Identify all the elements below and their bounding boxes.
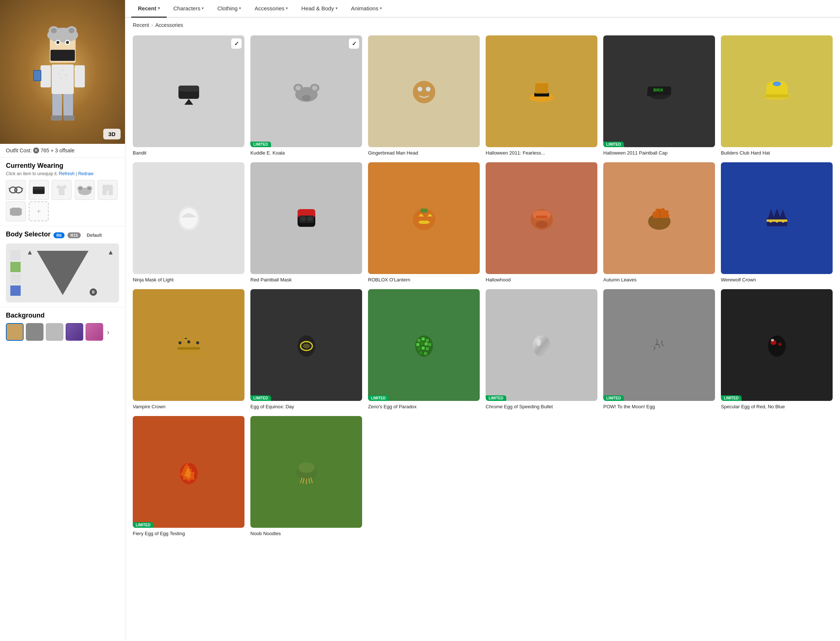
svg-marker-86 xyxy=(773,209,780,218)
svg-rect-106 xyxy=(425,339,428,342)
items-grid: ✓Bandit✓LIMITEDKuddle E. KoalaGingerbrea… xyxy=(126,32,840,544)
svg-rect-113 xyxy=(425,348,428,350)
item-thumbnail xyxy=(603,162,715,274)
item-card[interactable]: LIMITEDEgg of Equinox: Day xyxy=(250,289,362,410)
breadcrumb: Recent › Accessories xyxy=(126,18,840,32)
item-card[interactable]: ✓LIMITEDKuddle E. Koala xyxy=(250,35,362,156)
bg-swatch-gray[interactable] xyxy=(26,323,43,341)
svg-rect-81 xyxy=(536,216,547,219)
svg-text:BRIX: BRIX xyxy=(653,88,663,92)
item-card[interactable]: Ninja Mask of Light xyxy=(133,162,245,283)
item-card[interactable]: LIMITEDSpecular Egg of Red, No Blue xyxy=(721,289,833,410)
svg-rect-115 xyxy=(424,352,427,355)
3d-toggle-button[interactable]: 3D xyxy=(103,129,121,139)
item-name: Builders Club Hard Hat xyxy=(721,150,833,156)
item-thumbnail xyxy=(250,162,362,274)
tab-accessories[interactable]: Accessories ▾ xyxy=(248,0,294,18)
r15-badge[interactable]: R15 xyxy=(68,232,81,238)
item-card[interactable]: LIMITEDChrome Egg of Speeding Bullet xyxy=(486,289,597,410)
r6-badge[interactable]: R6 xyxy=(53,232,64,238)
default-label[interactable]: Default xyxy=(84,232,105,238)
tab-recent[interactable]: Recent ▾ xyxy=(131,0,167,18)
svg-rect-58 xyxy=(535,83,548,93)
background-section: Background › xyxy=(0,307,125,345)
bg-swatch-lightgray[interactable] xyxy=(46,323,63,341)
refresh-link[interactable]: Refresh xyxy=(59,171,74,176)
arrow-up-right: ▲ xyxy=(107,249,114,256)
wearing-item-shirt[interactable] xyxy=(51,180,72,200)
limited-badge: LIMITED xyxy=(603,142,624,147)
body-selector-header: Body Selector R6 R15 Default xyxy=(6,230,119,240)
tab-characters[interactable]: Characters ▾ xyxy=(167,0,211,18)
svg-rect-110 xyxy=(428,343,431,346)
item-card[interactable]: ROBLOX O'Lantern xyxy=(368,162,480,283)
svg-point-122 xyxy=(771,339,774,341)
svg-point-69 xyxy=(180,208,198,229)
item-card[interactable]: LIMITEDFiery Egg of Egg Testing xyxy=(133,416,245,537)
bg-swatch-purple[interactable] xyxy=(66,323,83,341)
tab-clothing[interactable]: Clothing ▾ xyxy=(211,0,248,18)
wearing-item-body[interactable] xyxy=(6,201,26,221)
svg-point-36 xyxy=(87,187,91,190)
item-thumbnail xyxy=(250,416,362,528)
svg-rect-5 xyxy=(51,116,62,121)
color-block-blue[interactable] xyxy=(10,285,21,296)
svg-point-22 xyxy=(66,74,67,76)
item-thumbnail xyxy=(486,162,597,274)
item-card[interactable]: Autumn Leaves xyxy=(603,162,715,283)
svg-marker-87 xyxy=(780,209,786,218)
svg-rect-19 xyxy=(34,71,40,81)
svg-point-50 xyxy=(312,85,317,90)
item-name: Vampire Crown xyxy=(133,404,245,410)
arrow-up-left: ▲ xyxy=(27,249,33,256)
svg-point-53 xyxy=(417,87,422,92)
svg-point-117 xyxy=(536,339,541,346)
bg-swatch-pink[interactable] xyxy=(85,323,103,341)
color-block-green[interactable] xyxy=(10,262,21,272)
item-thumbnail xyxy=(486,35,597,147)
wearing-item-add[interactable]: + xyxy=(29,201,49,221)
svg-rect-109 xyxy=(425,343,427,346)
wearing-item-hat[interactable] xyxy=(75,180,95,200)
currently-wearing-subtitle: Click an item to unequip it. Refresh | R… xyxy=(6,171,119,176)
wearing-item-bandana[interactable] xyxy=(29,180,49,200)
item-card[interactable]: BRIXLIMITEDHalloween 2011 Paintball Cap xyxy=(603,35,715,156)
item-thumbnail: LIMITED xyxy=(368,289,480,401)
svg-point-49 xyxy=(295,85,301,90)
item-card[interactable]: Halloween 2011: Fearless... xyxy=(486,35,597,156)
svg-rect-4 xyxy=(63,94,73,116)
limited-badge: LIMITED xyxy=(603,395,624,401)
body-selector-visual[interactable]: ▲ ▲ R xyxy=(6,243,119,303)
svg-rect-41 xyxy=(10,208,13,215)
bg-swatch-gold[interactable] xyxy=(6,323,24,341)
svg-point-73 xyxy=(300,216,306,221)
item-card[interactable]: Red Paintball Mask xyxy=(250,162,362,283)
item-card[interactable]: Vampire Crown xyxy=(133,289,245,410)
tab-head-body[interactable]: Head & Body ▾ xyxy=(294,0,344,18)
item-card[interactable]: Hallowhood xyxy=(486,162,597,283)
item-card[interactable]: Werewolf Crown xyxy=(721,162,833,283)
svg-point-20 xyxy=(58,73,60,74)
breadcrumb-recent[interactable]: Recent xyxy=(133,22,149,28)
redraw-link[interactable]: Redraw xyxy=(78,171,93,176)
item-card[interactable]: Builders Club Hard Hat xyxy=(721,35,833,156)
item-card[interactable]: Noob Noodles xyxy=(250,416,362,537)
limited-badge: LIMITED xyxy=(486,395,506,401)
wearing-item-glasses[interactable] xyxy=(6,180,26,200)
item-card[interactable]: LIMITEDZeno's Egg of Paradox xyxy=(368,289,480,410)
bg-more-button[interactable]: › xyxy=(105,328,111,337)
tab-animations[interactable]: Animations ▾ xyxy=(344,0,389,18)
robux-icon: R xyxy=(33,148,39,153)
item-name: Red Paintball Mask xyxy=(250,277,362,283)
item-card[interactable]: LIMITEDPOW! To the Moon! Egg xyxy=(603,289,715,410)
svg-point-98 xyxy=(187,340,190,343)
color-block-white[interactable] xyxy=(10,250,21,260)
wearing-item-pants[interactable] xyxy=(98,180,117,200)
breadcrumb-separator: › xyxy=(151,22,153,28)
item-thumbnail: BRIXLIMITED xyxy=(603,35,715,147)
item-thumbnail xyxy=(133,162,245,274)
breadcrumb-current: Accessories xyxy=(155,22,183,28)
color-block-white2[interactable] xyxy=(10,274,21,284)
item-card[interactable]: Gingerbread Man Head xyxy=(368,35,480,156)
item-card[interactable]: ✓Bandit xyxy=(133,35,245,156)
